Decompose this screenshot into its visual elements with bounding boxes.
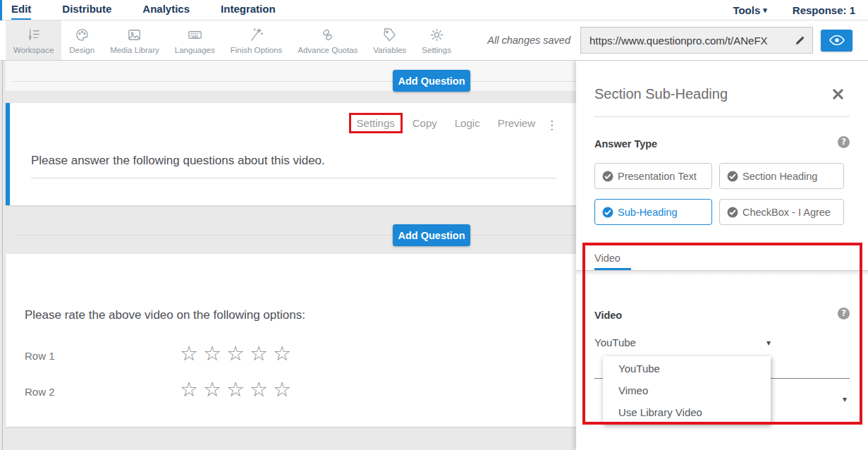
check-circle-icon	[601, 170, 614, 183]
toolbar-item-label: Media Library	[110, 46, 159, 54]
video-source-select[interactable]: YouTube ▾	[594, 336, 771, 348]
add-question-button-middle[interactable]: Add Question	[393, 224, 470, 246]
help-icon[interactable]: ?	[838, 308, 850, 320]
answer-type-section-heading[interactable]: Section Heading	[719, 163, 844, 189]
nav-tab-edit[interactable]: Edit	[11, 0, 31, 20]
video-source-label: Video	[594, 310, 622, 321]
toolbar-item-languages[interactable]: Languages	[167, 20, 223, 60]
star-icon[interactable]: ☆	[180, 341, 203, 365]
star-icon[interactable]: ☆	[203, 341, 226, 365]
answer-type-label: Answer Type	[594, 138, 657, 150]
toolbar-item-label: Design	[69, 46, 94, 54]
response-count[interactable]: Response: 1	[793, 4, 855, 16]
answer-type-options: Presentation Text Section Heading Sub-He…	[594, 163, 844, 225]
question-text[interactable]: Please rate the above video on the follo…	[25, 308, 305, 322]
tools-label: Tools	[733, 4, 760, 16]
answer-type-presentation-text[interactable]: Presentation Text	[594, 163, 712, 189]
toolbar-item-media-library[interactable]: Media Library	[102, 20, 167, 60]
window-edge-accent	[0, 0, 2, 20]
preview-survey-button[interactable]	[821, 30, 852, 51]
question-settings-panel: Section Sub-Heading Answer Type ? Presen…	[576, 61, 868, 450]
question-settings-action[interactable]: Settings	[349, 113, 403, 133]
content-top-strip	[6, 61, 576, 91]
question-block-rating[interactable]: Please rate the above video on the follo…	[6, 254, 576, 427]
tools-menu-button[interactable]: Tools ▾	[733, 4, 766, 16]
panel-title: Section Sub-Heading	[594, 86, 728, 102]
gear-icon	[429, 27, 445, 43]
nav-tab-distribute[interactable]: Distribute	[62, 0, 111, 20]
chevron-down-icon: ▾	[766, 338, 771, 348]
panel-divider	[594, 116, 850, 117]
toolbar-item-label: Settings	[422, 46, 451, 54]
toolbar-item-finish-options[interactable]: Finish Options	[223, 20, 291, 60]
nav-tab-analytics[interactable]: Analytics	[142, 0, 190, 20]
question-block-subheading[interactable]: Settings Copy Logic Preview ⋮ Please ans…	[6, 103, 576, 205]
toolbar-item-label: Languages	[175, 46, 215, 54]
editor-toolbar: Workspace Design Media Library Languages…	[0, 20, 868, 61]
workspace-icon	[25, 27, 42, 43]
nav-tab-integration[interactable]: Integration	[221, 0, 276, 20]
question-logic-action[interactable]: Logic	[455, 117, 480, 129]
dropdown-option-vimeo[interactable]: Vimeo	[603, 379, 771, 401]
section-divider	[13, 81, 576, 82]
star-icon[interactable]: ☆	[180, 377, 203, 401]
star-icon[interactable]: ☆	[250, 377, 273, 401]
close-panel-button[interactable]	[832, 87, 845, 100]
nav-right-group: Tools ▾ Response: 1	[733, 0, 855, 20]
close-icon	[832, 88, 844, 100]
question-action-bar: Settings Copy Logic Preview	[357, 117, 535, 129]
question-text[interactable]: Please answer the following questions ab…	[31, 154, 325, 168]
edit-url-button[interactable]	[787, 28, 812, 53]
palette-icon	[74, 27, 90, 43]
tab-video[interactable]: Video	[594, 253, 621, 264]
survey-url-group	[580, 27, 813, 54]
pencil-icon	[794, 35, 806, 47]
autosave-status: All changes saved	[487, 35, 570, 46]
toolbar-item-label: Finish Options	[231, 46, 283, 54]
answer-type-sub-heading[interactable]: Sub-Heading	[594, 199, 712, 225]
answer-type-checkbox-agree[interactable]: CheckBox - I Agree	[719, 199, 844, 225]
wand-icon	[248, 27, 264, 43]
star-icon[interactable]: ☆	[250, 341, 273, 365]
toolbar-item-design[interactable]: Design	[61, 20, 102, 60]
dropdown-option-library-video[interactable]: Use Library Video	[603, 401, 771, 423]
video-source-dropdown: YouTube Vimeo Use Library Video	[603, 356, 771, 425]
question-preview-action[interactable]: Preview	[498, 117, 535, 129]
star-icon[interactable]: ☆	[273, 377, 296, 401]
kebab-menu-icon[interactable]: ⋮	[546, 117, 558, 133]
video-source-selected-value: YouTube	[594, 336, 636, 348]
star-icon[interactable]: ☆	[203, 377, 226, 401]
chevron-down-icon: ▾	[763, 6, 767, 15]
chevron-down-icon[interactable]: ▾	[843, 394, 847, 404]
tag-icon	[381, 27, 398, 43]
links-icon	[319, 27, 336, 43]
add-question-button-top[interactable]: Add Question	[393, 70, 470, 92]
survey-url-input[interactable]	[581, 35, 787, 47]
toolbar-item-label: Variables	[373, 46, 406, 54]
star-rating-row[interactable]: ☆☆☆☆☆	[180, 341, 296, 365]
question-text-underline	[31, 178, 556, 178]
answer-type-label-text: Section Heading	[742, 171, 817, 182]
help-icon[interactable]: ?	[838, 136, 850, 148]
eye-icon	[829, 35, 845, 46]
check-circle-icon	[726, 206, 739, 219]
answer-type-label-text: CheckBox - I Agree	[742, 207, 831, 218]
star-icon[interactable]: ☆	[273, 341, 296, 365]
scrollbar-track[interactable]	[2, 61, 3, 450]
dropdown-option-youtube[interactable]: YouTube	[603, 358, 771, 379]
star-rating-row[interactable]: ☆☆☆☆☆	[180, 377, 296, 401]
star-icon[interactable]: ☆	[226, 341, 250, 365]
toolbar-item-label: Advance Quotas	[298, 46, 357, 54]
toolbar-item-settings[interactable]: Settings	[414, 20, 459, 60]
check-circle-icon	[726, 170, 739, 183]
rating-row-label: Row 2	[25, 386, 55, 398]
toolbar-item-advance-quotas[interactable]: Advance Quotas	[290, 20, 365, 60]
rating-row-label: Row 1	[25, 350, 55, 362]
answer-type-label-text: Sub-Heading	[618, 207, 678, 218]
image-icon	[126, 27, 142, 43]
toolbar-item-variables[interactable]: Variables	[365, 20, 414, 60]
star-icon[interactable]: ☆	[226, 377, 250, 401]
toolbar-item-workspace[interactable]: Workspace	[6, 20, 61, 60]
question-copy-action[interactable]: Copy	[412, 117, 437, 129]
section-divider	[13, 235, 576, 236]
